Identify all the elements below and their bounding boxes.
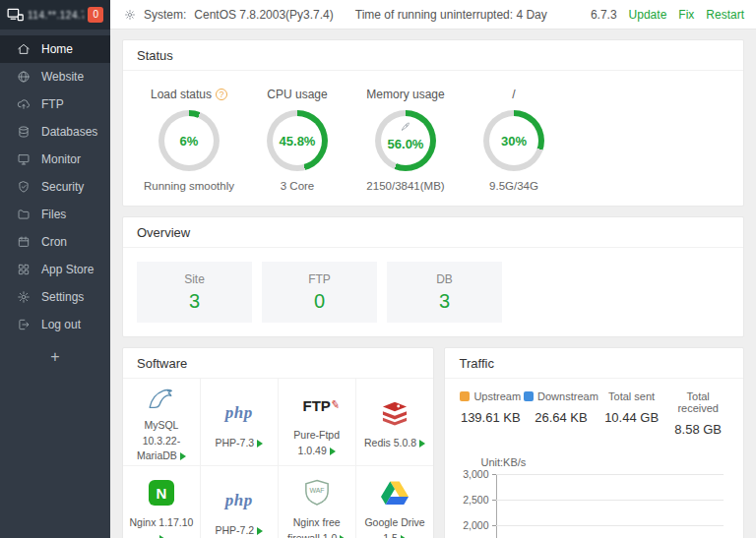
php-icon: php <box>225 395 253 431</box>
sidebar-item-home[interactable]: Home <box>0 35 110 63</box>
ftp-count-card[interactable]: FTP 0 <box>262 262 377 323</box>
software-tile-php73[interactable]: php PHP-7.3 <box>201 379 279 466</box>
gauge-percent: 56.0% <box>388 137 424 151</box>
cloud-upload-icon <box>17 97 31 111</box>
site-count-card[interactable]: Site 3 <box>137 262 252 323</box>
restart-link[interactable]: Restart <box>706 8 744 22</box>
grid-icon <box>17 263 31 276</box>
rocket-icon[interactable] <box>400 121 411 133</box>
sidebar-item-website[interactable]: Website <box>0 63 110 90</box>
panel-logo-icon <box>7 8 24 22</box>
total-sent-value: 10.44 GB <box>598 410 665 425</box>
memory-usage-gauge: Memory usage 56.0% 2150/3841(MB) <box>351 87 460 192</box>
software-tile-redis[interactable]: Redis 5.0.8 <box>356 379 434 466</box>
cpu-donut-chart: 45.8% <box>267 110 328 171</box>
gauge-title: Memory usage <box>366 88 444 101</box>
system-os-value: CentOS 7.8.2003(Py3.7.4) <box>194 8 333 22</box>
chart-unit-label: Unit:KB/s <box>480 456 731 468</box>
waf-shield-icon: WAF <box>304 475 330 510</box>
sidebar-item-label: Settings <box>41 290 84 304</box>
status-body: Load status ? 6% Running smoothly CPU us… <box>123 71 743 206</box>
sidebar-item-log-out[interactable]: Log out <box>0 311 110 338</box>
gauge-title: Load status <box>151 88 212 101</box>
app-root: 114.**.124.73 0 Home Website FTP Databas… <box>0 0 756 538</box>
card-value: 3 <box>189 290 200 313</box>
logo-bar[interactable]: 114.**.124.73 0 <box>0 0 110 30</box>
legend-downstream[interactable]: Downstream <box>524 390 598 402</box>
software-name: PHP-7.3 <box>215 437 254 448</box>
upstream-value: 139.61 KB <box>457 410 524 425</box>
gear-icon <box>17 290 31 304</box>
sidebar-item-label: Cron <box>41 235 67 249</box>
legend-upstream[interactable]: Upstream <box>457 390 524 402</box>
software-name: MySQL 10.3.22-MariaDB <box>137 419 180 460</box>
gauge-percent: 30% <box>501 134 527 149</box>
google-drive-icon <box>381 475 409 510</box>
sidebar-item-security[interactable]: Security <box>0 173 110 201</box>
sidebar-item-databases[interactable]: Databases <box>0 118 110 146</box>
content: Status Load status ? 6% Running smoothly <box>110 30 756 538</box>
fix-link[interactable]: Fix <box>678 8 694 22</box>
card-label: Site <box>184 272 205 286</box>
total-received-value: 8.58 GB <box>664 422 731 437</box>
sidebar-add-button[interactable]: + <box>0 348 110 366</box>
traffic-panel: Traffic Upstream 139.61 KB Downstream 26… <box>444 347 744 538</box>
software-name: Redis 5.0.8 <box>364 437 416 448</box>
sidebar-item-label: Monitor <box>41 152 81 166</box>
db-count-card[interactable]: DB 3 <box>387 262 502 323</box>
traffic-legend: Upstream 139.61 KB Downstream 26.64 KB T… <box>457 390 731 437</box>
software-tile-php72[interactable]: php PHP-7.2 <box>201 466 279 538</box>
overview-panel-title: Overview <box>123 217 743 248</box>
update-link[interactable]: Update <box>629 8 667 22</box>
running-status-icon <box>401 535 407 538</box>
y-tick-label: 2,000 <box>459 519 488 531</box>
uptime-label: Time of running uninterrupted: 4 Day <box>355 8 547 22</box>
software-tile-nginx[interactable]: N Nginx 1.17.10 <box>123 466 201 538</box>
y-tick-label: 3,000 <box>459 468 488 480</box>
card-label: DB <box>436 272 453 286</box>
gauge-title: / <box>512 88 515 101</box>
chart-y-axis <box>496 474 497 538</box>
software-panel: Software MySQL 10.3.22-MariaDB php PHP-7… <box>122 347 434 538</box>
gauge-sub-label: 2150/3841(MB) <box>366 180 444 192</box>
software-tile-firewall[interactable]: WAF Nginx free firewall 1.0 <box>279 466 356 538</box>
load-donut-chart: 6% <box>158 110 220 171</box>
card-value: 0 <box>314 290 325 313</box>
gauge-title: CPU usage <box>267 88 327 101</box>
status-panel-title: Status <box>123 40 743 71</box>
sidebar-nav: Home Website FTP Databases Monitor Secur… <box>0 30 110 366</box>
total-received-label: Total received <box>664 390 731 414</box>
traffic-panel-title: Traffic <box>445 348 743 379</box>
software-name: Nginx 1.17.10 <box>130 516 194 528</box>
sidebar-item-monitor[interactable]: Monitor <box>0 146 110 173</box>
sidebar-item-cron[interactable]: Cron <box>0 228 110 256</box>
software-tile-pureftpd[interactable]: FTP✎ Pure-Ftpd 1.0.49 <box>279 379 356 466</box>
sidebar-item-ftp[interactable]: FTP <box>0 90 110 118</box>
software-name: Nginx free firewall 1.0 <box>287 516 341 538</box>
downstream-value: 26.64 KB <box>524 410 598 425</box>
sidebar-item-label: Security <box>41 180 84 194</box>
memory-donut-chart: 56.0% <box>375 110 436 171</box>
total-sent-label: Total sent <box>598 390 665 402</box>
gauge-sub-label: 3 Core <box>281 180 315 192</box>
monitor-icon <box>17 152 31 166</box>
software-tile-gdrive[interactable]: Google Drive 1.5 <box>356 466 434 538</box>
software-tile-mysql[interactable]: MySQL 10.3.22-MariaDB <box>123 379 201 466</box>
sidebar-item-settings[interactable]: Settings <box>0 283 110 311</box>
running-status-icon <box>330 448 336 455</box>
gauge-sub-label: Running smoothly <box>144 180 234 192</box>
sidebar-item-files[interactable]: Files <box>0 201 110 228</box>
topbar: System: CentOS 7.8.2003(Py3.7.4) Time of… <box>110 0 756 30</box>
shield-icon <box>17 180 31 194</box>
nginx-icon: N <box>149 475 174 510</box>
running-status-icon <box>180 452 186 460</box>
status-panel: Status Load status ? 6% Running smoothly <box>122 39 744 207</box>
message-count-badge[interactable]: 0 <box>88 7 103 23</box>
panel-version: 6.7.3 <box>591 8 617 22</box>
server-address-label: 114.**.124.73 <box>28 10 84 21</box>
cpu-usage-gauge: CPU usage 45.8% 3 Core <box>243 87 351 192</box>
help-icon[interactable]: ? <box>216 89 227 100</box>
sidebar-item-app-store[interactable]: App Store <box>0 256 110 283</box>
overview-panel: Overview Site 3 FTP 0 DB 3 <box>122 216 744 337</box>
card-value: 3 <box>439 290 450 313</box>
